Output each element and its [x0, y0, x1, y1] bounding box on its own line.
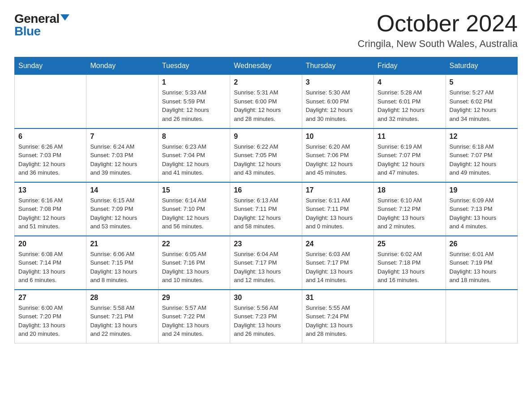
- day-number: 15: [162, 186, 226, 194]
- day-number: 13: [18, 186, 82, 194]
- calendar-cell: 1Sunrise: 5:33 AMSunset: 5:59 PMDaylight…: [158, 75, 230, 128]
- weekday-header-sunday: Sunday: [15, 57, 86, 75]
- location-subtitle: Cringila, New South Wales, Australia: [358, 38, 518, 50]
- calendar-cell: 4Sunrise: 5:28 AMSunset: 6:01 PMDaylight…: [374, 75, 446, 128]
- day-info: Sunrise: 5:31 AMSunset: 6:00 PMDaylight:…: [234, 88, 298, 123]
- day-info: Sunrise: 6:11 AMSunset: 7:11 PMDaylight:…: [306, 196, 370, 231]
- day-number: 3: [306, 78, 370, 86]
- day-number: 27: [18, 294, 82, 302]
- calendar-cell: 13Sunrise: 6:16 AMSunset: 7:08 PMDayligh…: [15, 182, 86, 236]
- calendar-week-row: 27Sunrise: 6:00 AMSunset: 7:20 PMDayligh…: [15, 290, 518, 343]
- calendar-cell: 14Sunrise: 6:15 AMSunset: 7:09 PMDayligh…: [86, 182, 158, 236]
- day-info: Sunrise: 6:04 AMSunset: 7:17 PMDaylight:…: [234, 250, 298, 285]
- day-number: 11: [378, 133, 442, 141]
- day-info: Sunrise: 6:22 AMSunset: 7:05 PMDaylight:…: [234, 142, 298, 177]
- day-info: Sunrise: 6:10 AMSunset: 7:12 PMDaylight:…: [378, 196, 442, 231]
- day-info: Sunrise: 6:19 AMSunset: 7:07 PMDaylight:…: [378, 142, 442, 177]
- day-info: Sunrise: 6:20 AMSunset: 7:06 PMDaylight:…: [306, 142, 370, 177]
- day-info: Sunrise: 6:01 AMSunset: 7:19 PMDaylight:…: [450, 250, 514, 285]
- calendar-cell: 6Sunrise: 6:26 AMSunset: 7:03 PMDaylight…: [15, 128, 86, 182]
- calendar-cell: 22Sunrise: 6:05 AMSunset: 7:16 PMDayligh…: [158, 236, 230, 290]
- calendar-cell: 9Sunrise: 6:22 AMSunset: 7:05 PMDaylight…: [230, 128, 302, 182]
- logo: General Blue: [14, 13, 69, 38]
- day-number: 5: [450, 78, 514, 86]
- day-number: 2: [234, 78, 298, 86]
- calendar-week-row: 20Sunrise: 6:08 AMSunset: 7:14 PMDayligh…: [15, 236, 518, 290]
- calendar-cell: 23Sunrise: 6:04 AMSunset: 7:17 PMDayligh…: [230, 236, 302, 290]
- calendar-cell: [374, 290, 446, 343]
- day-info: Sunrise: 6:23 AMSunset: 7:04 PMDaylight:…: [162, 142, 226, 177]
- day-info: Sunrise: 6:24 AMSunset: 7:03 PMDaylight:…: [90, 142, 154, 177]
- day-number: 28: [90, 294, 154, 302]
- weekday-header-row: SundayMondayTuesdayWednesdayThursdayFrid…: [15, 57, 518, 75]
- day-info: Sunrise: 5:57 AMSunset: 7:22 PMDaylight:…: [162, 304, 226, 338]
- day-number: 24: [306, 240, 370, 248]
- day-number: 30: [234, 294, 298, 302]
- day-number: 7: [90, 133, 154, 141]
- day-number: 12: [450, 133, 514, 141]
- logo-triangle-icon: [60, 14, 69, 21]
- day-info: Sunrise: 5:33 AMSunset: 5:59 PMDaylight:…: [162, 88, 226, 123]
- day-info: Sunrise: 6:09 AMSunset: 7:13 PMDaylight:…: [450, 196, 514, 231]
- calendar-cell: 2Sunrise: 5:31 AMSunset: 6:00 PMDaylight…: [230, 75, 302, 128]
- calendar-cell: 27Sunrise: 6:00 AMSunset: 7:20 PMDayligh…: [15, 290, 86, 343]
- day-number: 16: [234, 186, 298, 194]
- calendar-cell: 25Sunrise: 6:02 AMSunset: 7:18 PMDayligh…: [374, 236, 446, 290]
- day-number: 29: [162, 294, 226, 302]
- calendar-cell: 17Sunrise: 6:11 AMSunset: 7:11 PMDayligh…: [302, 182, 373, 236]
- day-number: 26: [450, 240, 514, 248]
- title-block: October 2024 Cringila, New South Wales, …: [358, 11, 518, 50]
- day-info: Sunrise: 6:02 AMSunset: 7:18 PMDaylight:…: [378, 250, 442, 285]
- day-info: Sunrise: 6:08 AMSunset: 7:14 PMDaylight:…: [18, 250, 82, 285]
- day-number: 18: [378, 186, 442, 194]
- day-info: Sunrise: 5:30 AMSunset: 6:00 PMDaylight:…: [306, 88, 370, 123]
- weekday-header-thursday: Thursday: [302, 57, 373, 75]
- weekday-header-monday: Monday: [86, 57, 158, 75]
- day-number: 8: [162, 133, 226, 141]
- calendar-cell: 11Sunrise: 6:19 AMSunset: 7:07 PMDayligh…: [374, 128, 446, 182]
- calendar-cell: [446, 290, 517, 343]
- calendar-cell: [86, 75, 158, 128]
- calendar-cell: 30Sunrise: 5:56 AMSunset: 7:23 PMDayligh…: [230, 290, 302, 343]
- day-info: Sunrise: 6:03 AMSunset: 7:17 PMDaylight:…: [306, 250, 370, 285]
- day-info: Sunrise: 6:18 AMSunset: 7:07 PMDaylight:…: [450, 142, 514, 177]
- calendar-week-row: 1Sunrise: 5:33 AMSunset: 5:59 PMDaylight…: [15, 75, 518, 128]
- calendar-cell: 5Sunrise: 5:27 AMSunset: 6:02 PMDaylight…: [446, 75, 517, 128]
- calendar-cell: 21Sunrise: 6:06 AMSunset: 7:15 PMDayligh…: [86, 236, 158, 290]
- day-number: 10: [306, 133, 370, 141]
- month-title: October 2024: [358, 11, 518, 36]
- day-number: 31: [306, 294, 370, 302]
- day-info: Sunrise: 5:28 AMSunset: 6:01 PMDaylight:…: [378, 88, 442, 123]
- calendar-cell: 12Sunrise: 6:18 AMSunset: 7:07 PMDayligh…: [446, 128, 517, 182]
- calendar-cell: 15Sunrise: 6:14 AMSunset: 7:10 PMDayligh…: [158, 182, 230, 236]
- day-number: 22: [162, 240, 226, 248]
- calendar-cell: 7Sunrise: 6:24 AMSunset: 7:03 PMDaylight…: [86, 128, 158, 182]
- calendar-cell: 16Sunrise: 6:13 AMSunset: 7:11 PMDayligh…: [230, 182, 302, 236]
- day-number: 25: [378, 240, 442, 248]
- calendar-cell: 10Sunrise: 6:20 AMSunset: 7:06 PMDayligh…: [302, 128, 373, 182]
- day-info: Sunrise: 5:58 AMSunset: 7:21 PMDaylight:…: [90, 304, 154, 338]
- day-number: 1: [162, 78, 226, 86]
- day-info: Sunrise: 5:56 AMSunset: 7:23 PMDaylight:…: [234, 304, 298, 338]
- day-number: 14: [90, 186, 154, 194]
- calendar-cell: 29Sunrise: 5:57 AMSunset: 7:22 PMDayligh…: [158, 290, 230, 343]
- day-number: 20: [18, 240, 82, 248]
- day-number: 9: [234, 133, 298, 141]
- calendar-cell: 28Sunrise: 5:58 AMSunset: 7:21 PMDayligh…: [86, 290, 158, 343]
- day-info: Sunrise: 6:15 AMSunset: 7:09 PMDaylight:…: [90, 196, 154, 231]
- page-header: General Blue October 2024 Cringila, New …: [14, 11, 518, 50]
- day-number: 21: [90, 240, 154, 248]
- day-info: Sunrise: 5:55 AMSunset: 7:24 PMDaylight:…: [306, 304, 370, 338]
- weekday-header-wednesday: Wednesday: [230, 57, 302, 75]
- calendar-table: SundayMondayTuesdayWednesdayThursdayFrid…: [14, 57, 518, 343]
- calendar-cell: 19Sunrise: 6:09 AMSunset: 7:13 PMDayligh…: [446, 182, 517, 236]
- day-number: 19: [450, 186, 514, 194]
- day-info: Sunrise: 6:16 AMSunset: 7:08 PMDaylight:…: [18, 196, 82, 231]
- calendar-cell: 26Sunrise: 6:01 AMSunset: 7:19 PMDayligh…: [446, 236, 517, 290]
- day-info: Sunrise: 5:27 AMSunset: 6:02 PMDaylight:…: [450, 88, 514, 123]
- weekday-header-tuesday: Tuesday: [158, 57, 230, 75]
- day-info: Sunrise: 6:14 AMSunset: 7:10 PMDaylight:…: [162, 196, 226, 231]
- calendar-cell: 24Sunrise: 6:03 AMSunset: 7:17 PMDayligh…: [302, 236, 373, 290]
- logo-general-text: General: [14, 13, 60, 25]
- calendar-week-row: 13Sunrise: 6:16 AMSunset: 7:08 PMDayligh…: [15, 182, 518, 236]
